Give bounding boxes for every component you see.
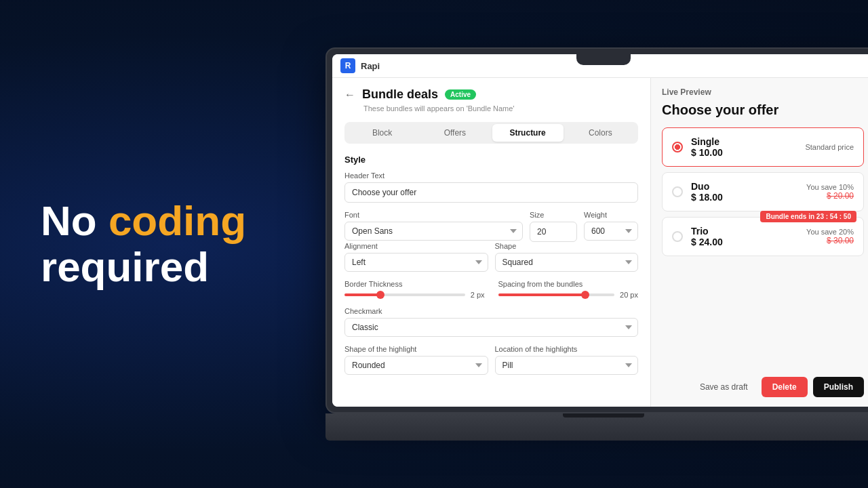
publish-button[interactable]: Publish [813, 377, 864, 397]
highlight-shape-label: Shape of the highlight [344, 345, 488, 353]
delete-button[interactable]: Delete [762, 377, 808, 397]
laptop-container: R Rapi ← Bundle deals Active [326, 47, 868, 441]
spacing-slider-track [498, 293, 615, 296]
size-input[interactable] [530, 222, 577, 242]
border-slider-fill [344, 293, 380, 296]
laptop-body: R Rapi ← Bundle deals Active [326, 47, 868, 413]
timer-badge: Bundle ends in 23 : 54 : 50 [760, 211, 856, 222]
tab-offers[interactable]: Offers [419, 124, 490, 142]
back-button[interactable]: ← [344, 89, 355, 101]
alignment-select[interactable]: Left [344, 253, 488, 272]
offer-badge-single: Standard price [805, 143, 854, 151]
laptop-hinge [563, 413, 644, 418]
offer-original-price-trio: $ 30.00 [806, 236, 854, 245]
offer-info-duo: Duo $ 18.00 [691, 181, 798, 203]
border-slider-thumb[interactable] [376, 291, 384, 299]
laptop-notch [576, 54, 631, 65]
highlight-location-select[interactable]: Pill [495, 356, 639, 375]
shape-label: Shape [495, 242, 639, 250]
border-slider-row: 2 px [344, 291, 485, 299]
offer-radio-duo[interactable] [672, 186, 683, 197]
border-slider-track [344, 293, 465, 296]
offer-price-single: $ 10.00 [691, 147, 797, 158]
border-thickness-group: Border Thickness 2 px [344, 280, 485, 299]
style-section-title: Style [344, 155, 638, 165]
offer-info-single: Single $ 10.00 [691, 136, 797, 158]
offer-card-duo[interactable]: Duo $ 18.00 You save 10% $ 20.00 [662, 172, 864, 211]
action-buttons: Save as draft Delete Publish [662, 367, 864, 397]
font-select[interactable]: Open Sans [344, 222, 523, 241]
font-label: Font [344, 211, 523, 219]
screen-content: R Rapi ← Bundle deals Active [332, 54, 868, 407]
shape-col: Shape Squared [495, 242, 639, 272]
save-draft-button[interactable]: Save as draft [692, 377, 756, 397]
app-name: Rapi [361, 61, 380, 71]
app-icon: R [340, 58, 355, 73]
shape-select[interactable]: Squared [495, 253, 639, 272]
screen-bezel: R Rapi ← Bundle deals Active [332, 54, 868, 407]
spacing-slider-thumb[interactable] [581, 291, 589, 299]
highlight-row: Shape of the highlight Rounded Location … [344, 345, 638, 375]
offer-badge-trio: You save 20% [806, 228, 854, 236]
offer-meta-single: Standard price [805, 143, 854, 151]
checkmark-group: Checkmark Classic [344, 307, 638, 337]
border-thickness-label: Border Thickness [344, 280, 485, 288]
hero-section: No coding required [41, 198, 246, 290]
font-row: Font Open Sans Size [344, 211, 638, 242]
spacing-slider-fill [498, 293, 586, 296]
alignment-label: Alignment [344, 242, 488, 250]
tab-colors[interactable]: Colors [565, 124, 636, 142]
offer-name-duo: Duo [691, 181, 798, 192]
size-label: Size [530, 211, 577, 219]
offer-meta-duo: You save 10% $ 20.00 [806, 183, 854, 201]
font-col: Font Open Sans [344, 211, 523, 242]
page-header: ← Bundle deals Active [344, 87, 638, 102]
offer-price-duo: $ 18.00 [691, 192, 798, 203]
offer-original-price-duo: $ 20.00 [806, 191, 854, 201]
preview-title: Live Preview [662, 87, 864, 97]
spacing-label: Spacing from the bundles [498, 280, 639, 288]
app-ui: R Rapi ← Bundle deals Active [332, 54, 868, 407]
offer-meta-trio: You save 20% $ 30.00 [806, 228, 854, 245]
laptop-base [326, 413, 868, 441]
border-slider-value: 2 px [471, 291, 485, 299]
spacing-slider-value: 20 px [620, 291, 638, 299]
weight-label: Weight [584, 211, 638, 219]
checkmark-label: Checkmark [344, 307, 638, 315]
page-title: Bundle deals [362, 87, 438, 102]
offer-name-trio: Trio [691, 226, 798, 237]
checkmark-select[interactable]: Classic [344, 318, 638, 337]
tab-structure[interactable]: Structure [492, 124, 564, 142]
preview-header: Choose your offer [662, 102, 864, 118]
alignment-col: Alignment Left [344, 242, 488, 272]
header-text-group: Header Text [344, 171, 638, 203]
header-text-input[interactable] [344, 182, 638, 203]
left-panel: ← Bundle deals Active These bundles will… [332, 78, 651, 407]
spacing-slider-container [498, 293, 615, 296]
spacing-group: Spacing from the bundles [498, 280, 639, 299]
spacing-slider-row: 20 px [498, 291, 639, 299]
header-text-label: Header Text [344, 171, 638, 180]
offer-card-single[interactable]: Single $ 10.00 Standard price [662, 127, 864, 167]
offer-radio-trio[interactable] [672, 231, 683, 242]
offer-radio-single[interactable] [672, 142, 683, 152]
weight-col: Weight 600 [584, 211, 638, 242]
alignment-shape-row: Alignment Left Shape Squared [344, 242, 638, 272]
right-panel: Live Preview Choose your offer Single $ … [651, 78, 868, 407]
tab-block[interactable]: Block [347, 124, 418, 142]
offer-badge-duo: You save 10% [806, 183, 854, 191]
border-slider-container [344, 293, 465, 296]
offer-name-single: Single [691, 136, 797, 147]
sliders-row: Border Thickness 2 px [344, 280, 638, 299]
size-col: Size [530, 211, 577, 242]
weight-select[interactable]: 600 [584, 222, 638, 241]
status-badge: Active [445, 89, 476, 100]
highlight-location-label: Location of the highlights [495, 345, 639, 353]
highlight-shape-select[interactable]: Rounded [344, 356, 488, 375]
highlight-shape-col: Shape of the highlight Rounded [344, 345, 488, 375]
offer-price-trio: $ 24.00 [691, 237, 798, 247]
offer-card-trio[interactable]: Bundle ends in 23 : 54 : 50 Trio $ 24.00… [662, 217, 864, 256]
hero-title: No coding required [41, 198, 246, 290]
page-subtitle: These bundles will appears on 'Bundle Na… [363, 104, 638, 113]
offer-info-trio: Trio $ 24.00 [691, 226, 798, 247]
